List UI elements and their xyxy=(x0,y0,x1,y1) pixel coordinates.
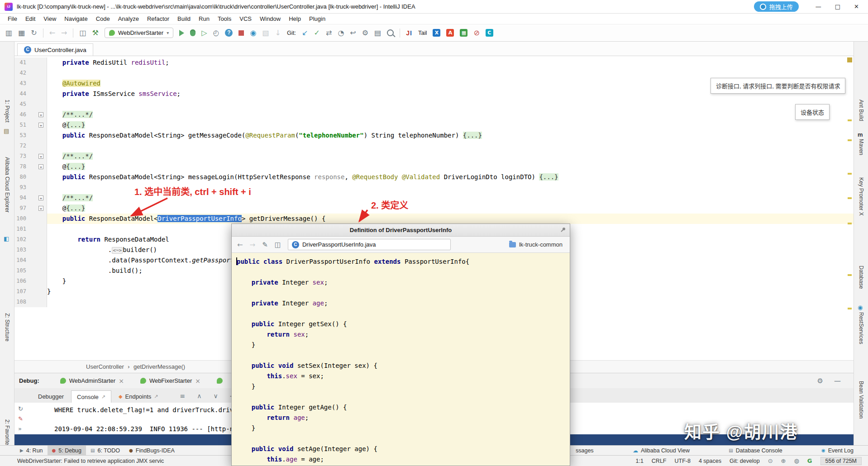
toolwindow-button-findbugs[interactable]: ● FindBugs-IDEA xyxy=(124,446,179,455)
line-number[interactable]: 108 xyxy=(14,297,28,307)
warning-stripe-mark[interactable] xyxy=(848,139,852,141)
toolwindow-button-event-log[interactable]: ◉ Event Log xyxy=(817,446,858,455)
line-number[interactable]: 73 xyxy=(14,151,28,162)
menu-item[interactable]: Analyze xyxy=(114,14,143,24)
code-line[interactable]: public class DriverPassportUserInfo exte… xyxy=(232,257,570,267)
maven-icon[interactable]: m xyxy=(858,131,863,138)
code-line[interactable]: private Integer age; xyxy=(232,298,570,309)
toolwindow-button-structure[interactable]: Z: Structure xyxy=(4,313,10,342)
fold-gutter[interactable] xyxy=(28,99,47,109)
run-icon[interactable] xyxy=(179,30,184,36)
scroll-up-icon[interactable]: ∧ xyxy=(197,392,201,399)
run-config-select[interactable]: WebDriverStarter▾ xyxy=(105,28,173,38)
line-number[interactable]: 106 xyxy=(14,276,28,286)
pin-icon[interactable] xyxy=(560,227,566,234)
menu-item[interactable]: View xyxy=(39,14,60,24)
definition-popup[interactable]: Definition of DriverPassportUserInfo ← →… xyxy=(231,223,570,466)
close-icon[interactable]: × xyxy=(195,377,200,385)
debug-session-tab-partial[interactable] xyxy=(213,376,226,385)
line-number[interactable]: 94 xyxy=(14,193,28,203)
code-line[interactable]: 78+ @{...} xyxy=(14,162,854,172)
error-stripe-summary[interactable] xyxy=(847,57,852,62)
warning-stripe-mark[interactable] xyxy=(848,119,852,121)
highlight-level-icon[interactable]: ◍ xyxy=(794,457,799,464)
lock-icon[interactable]: ⊙ xyxy=(768,457,773,464)
fold-gutter[interactable] xyxy=(28,286,47,297)
line-number[interactable]: 42 xyxy=(14,68,28,78)
line-number[interactable]: 41 xyxy=(14,57,28,68)
fold-gutter[interactable] xyxy=(28,297,47,307)
fold-gutter[interactable] xyxy=(28,182,47,193)
line-number[interactable]: 103 xyxy=(14,245,28,255)
toolwindow-button-messages[interactable]: ssages xyxy=(571,446,598,455)
rerun-icon[interactable]: ↻ xyxy=(18,405,23,412)
code-line[interactable]: 42 xyxy=(14,68,854,78)
code-line[interactable]: 51+ @{...} xyxy=(14,120,854,130)
back-icon[interactable]: ← xyxy=(49,29,55,37)
menu-item[interactable]: Navigate xyxy=(60,14,91,24)
menu-item[interactable]: Refactor xyxy=(143,14,173,24)
popup-title-bar[interactable]: Definition of DriverPassportUserInfo xyxy=(232,224,570,237)
code-line[interactable]: 53 public ResponseDataModel<String> getM… xyxy=(14,130,854,141)
line-number[interactable]: 97 xyxy=(14,203,28,214)
toolwindow-button-debug[interactable]: ● 5: Debug xyxy=(48,446,86,455)
breadcrumb-method[interactable]: getDriverMessage() xyxy=(134,363,185,370)
code-line[interactable]: private Integer sex; xyxy=(232,277,570,288)
fold-marker-icon[interactable]: + xyxy=(38,164,43,169)
fold-gutter[interactable] xyxy=(28,245,47,255)
close-icon[interactable]: ✕ xyxy=(854,3,859,10)
edit-source-icon[interactable]: ✎ xyxy=(262,241,268,249)
toolwindow-button-project[interactable]: 1: Project xyxy=(4,100,10,123)
code-line[interactable]: 46+ /**...*/ xyxy=(14,109,854,120)
toolwindow-button-run[interactable]: ▶ 4: Run xyxy=(15,446,48,455)
warning-stripe-mark[interactable] xyxy=(848,223,852,224)
fold-gutter[interactable]: + xyxy=(28,120,47,130)
layout-menu-icon[interactable]: ≡ xyxy=(180,392,186,399)
tab-endpoints[interactable]: ◆ Endpoints ↗ xyxy=(113,390,164,403)
code-line[interactable]: 97+ @{...} xyxy=(14,203,854,214)
menu-item[interactable]: File xyxy=(4,14,21,24)
line-number[interactable]: 105 xyxy=(14,266,28,276)
popup-file-selector[interactable]: C DriverPassportUserInfo.java xyxy=(288,239,451,250)
caret-position[interactable]: 1:1 xyxy=(635,458,643,464)
code-line[interactable]: this.age = age; xyxy=(232,454,570,465)
toolwindow-button-database-console[interactable]: ▤ Database Console xyxy=(724,446,787,455)
soft-wrap-icon[interactable]: ✎ xyxy=(18,415,23,422)
menu-item[interactable]: VCS xyxy=(235,14,256,24)
help-icon[interactable]: ? xyxy=(225,29,233,37)
code-line[interactable]: 72 xyxy=(14,141,854,151)
fold-gutter[interactable] xyxy=(28,130,47,141)
alibaba-guidelines-plugin-icon[interactable]: A xyxy=(446,29,454,37)
toolwindow-button-favorites[interactable]: 2: Favorites xyxy=(4,419,10,448)
restservices-icon[interactable]: ◉ xyxy=(858,304,863,311)
code-line[interactable]: public Integer getAge() { xyxy=(232,402,570,413)
fold-marker-icon[interactable]: + xyxy=(38,123,43,128)
grep-console-icon[interactable]: G xyxy=(807,457,812,464)
fold-gutter[interactable] xyxy=(28,68,47,78)
forward-icon[interactable]: → xyxy=(61,29,67,37)
code-line[interactable]: 73+ /**...*/ xyxy=(14,151,854,162)
git-push-icon[interactable]: ⇄ xyxy=(326,29,332,37)
line-number[interactable]: 101 xyxy=(14,224,28,234)
settings-gear-icon[interactable]: ⚙ xyxy=(817,377,823,385)
globe-icon[interactable]: ⊕ xyxy=(781,457,786,464)
restore-layout-icon[interactable]: ▧ xyxy=(262,29,269,37)
line-number[interactable]: 72 xyxy=(14,141,28,151)
breadcrumb-class[interactable]: UserController xyxy=(86,363,124,370)
menu-item[interactable]: Edit xyxy=(21,14,39,24)
toolwindow-button-alibaba-explorer[interactable]: Alibaba Cloud Explorer xyxy=(4,157,10,213)
git-branch[interactable]: Git: develop xyxy=(730,458,760,464)
menu-item[interactable]: Window xyxy=(256,14,285,24)
fold-gutter[interactable] xyxy=(28,141,47,151)
menu-item[interactable]: Code xyxy=(92,14,114,24)
hide-panel-icon[interactable]: — xyxy=(834,377,841,385)
toolwindow-button-maven[interactable]: Maven xyxy=(858,139,864,155)
fold-marker-icon[interactable]: + xyxy=(38,206,43,211)
git-history-icon[interactable]: ◔ xyxy=(338,29,344,37)
maximize-icon[interactable]: □ xyxy=(835,3,840,10)
save-all-icon[interactable]: ▦ xyxy=(18,29,25,37)
skip-icon[interactable]: » xyxy=(18,425,23,432)
fold-marker-icon[interactable]: + xyxy=(38,154,43,159)
line-number[interactable]: 102 xyxy=(14,234,28,245)
status-message[interactable]: WebDriverStarter: Failed to retrieve app… xyxy=(17,458,164,464)
